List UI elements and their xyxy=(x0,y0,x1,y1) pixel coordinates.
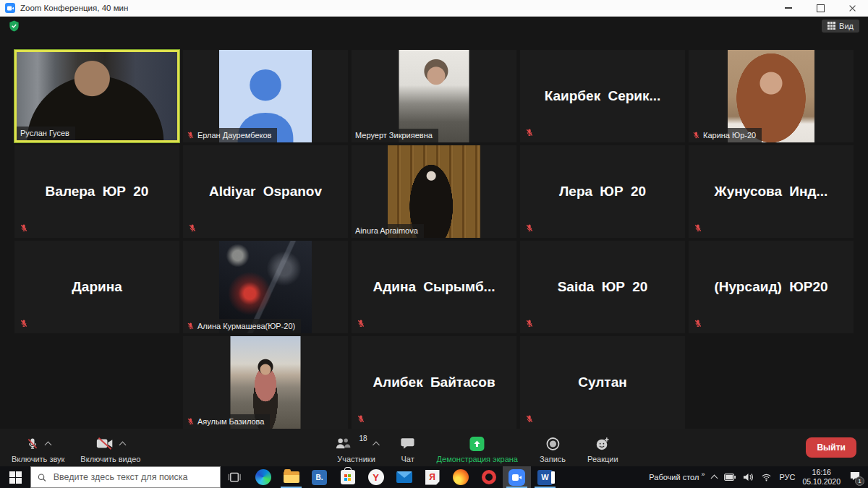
record-button[interactable]: Запись xyxy=(540,432,566,463)
participants-button[interactable]: 18 Участники xyxy=(333,432,378,463)
tray-date: 05.10.2020 xyxy=(802,477,841,487)
zoom-toolbar: Включить звук Включить видео 18 xyxy=(0,429,868,466)
participant-tile[interactable]: Адина Сырымб... xyxy=(352,241,516,333)
notification-center-button[interactable]: 1 xyxy=(849,471,861,483)
muted-mic-icon xyxy=(20,319,28,328)
muted-mic-icon xyxy=(692,131,700,140)
video-grid: Руслан Гусев Ерлан Даурембеков Ме xyxy=(14,50,854,429)
muted-mic-icon xyxy=(525,414,534,424)
taskbar-icon-edge[interactable] xyxy=(249,466,277,488)
participants-count-badge: 18 xyxy=(359,435,367,442)
muted-mic-icon xyxy=(187,322,195,330)
leave-button[interactable]: Выйти xyxy=(806,437,856,458)
muted-mic-icon xyxy=(357,414,365,424)
taskbar-icon-vk[interactable]: B. xyxy=(305,466,333,488)
desktop-toolbar[interactable]: Рабочий стол » xyxy=(649,473,705,481)
participants-options-chevron[interactable] xyxy=(373,442,380,449)
share-screen-icon xyxy=(470,437,485,451)
wifi-icon[interactable] xyxy=(761,473,772,481)
taskbar-icon-file-explorer[interactable] xyxy=(277,466,305,488)
speaker-icon[interactable] xyxy=(743,473,754,481)
firefox-icon xyxy=(453,469,469,485)
participant-tile[interactable]: Меруерт Зикрияевна xyxy=(352,50,516,142)
participant-tile[interactable]: Ерлан Даурембеков xyxy=(183,50,348,142)
search-icon xyxy=(38,473,46,482)
screen: Zoom Конференция, 40 мин Вид Руслан Гусе… xyxy=(0,0,868,488)
participant-tile[interactable]: Валера ЮР 20 xyxy=(14,145,179,238)
participant-name-label: Карина Юр-20 xyxy=(689,128,762,142)
muted-mic-icon xyxy=(694,223,702,233)
taskbar-search[interactable] xyxy=(30,466,221,488)
muted-mic-icon xyxy=(357,319,365,328)
participant-tile[interactable]: Ainura Apraimova xyxy=(352,145,516,238)
file-explorer-icon xyxy=(284,471,299,483)
participant-tile[interactable]: Жунусова Инд... xyxy=(689,145,854,238)
participant-tile[interactable]: Карина Юр-20 xyxy=(689,50,854,142)
start-button[interactable] xyxy=(0,466,30,488)
muted-mic-icon xyxy=(694,319,702,328)
muted-mic-icon xyxy=(187,131,195,140)
reactions-icon xyxy=(595,437,610,451)
chat-button[interactable]: Чат xyxy=(401,432,415,463)
participant-tile[interactable]: Алибек Байтасов xyxy=(352,336,516,429)
participant-tile[interactable]: Руслан Гусев xyxy=(14,50,179,142)
participant-name-label: Руслан Гусев xyxy=(17,127,75,140)
participant-tile[interactable]: Saida ЮР 20 xyxy=(520,241,685,333)
task-view-button[interactable] xyxy=(221,466,249,488)
taskbar-icon-firefox[interactable] xyxy=(446,466,475,488)
toolbar-overflow-chevron[interactable]: » xyxy=(701,471,705,478)
unmute-button[interactable]: Включить звук xyxy=(12,432,64,463)
participant-tile[interactable]: Aldiyar Ospanov xyxy=(183,145,348,238)
participant-name-label: Ерлан Даурембеков xyxy=(183,128,277,142)
battery-icon[interactable] xyxy=(724,474,736,481)
participant-tile[interactable]: Лера ЮР 20 xyxy=(520,145,685,238)
audio-options-chevron[interactable] xyxy=(44,442,51,449)
security-shield-icon[interactable] xyxy=(9,20,20,32)
tray-time: 16:16 xyxy=(812,468,831,477)
taskbar-icon-word[interactable]: W xyxy=(531,466,559,488)
zoom-icon xyxy=(509,469,525,486)
video-options-chevron[interactable] xyxy=(119,442,126,449)
record-icon xyxy=(545,437,560,451)
participant-name-label: Ainura Apraimova xyxy=(352,224,424,238)
taskbar-icon-yandex[interactable]: Я xyxy=(418,466,446,488)
participant-tile[interactable]: Каирбек Серик... xyxy=(520,50,685,142)
search-input[interactable] xyxy=(52,471,213,483)
meeting-topbar: Вид xyxy=(0,17,868,35)
edge-icon xyxy=(255,469,271,485)
task-view-icon xyxy=(228,471,242,483)
taskbar-icon-yandex-browser[interactable]: Y xyxy=(362,466,390,488)
vk-icon: B. xyxy=(312,470,327,485)
minimize-button[interactable] xyxy=(773,0,804,16)
participant-tile[interactable]: Аяулым Базилова xyxy=(183,336,348,429)
taskbar-icon-opera[interactable] xyxy=(475,466,503,488)
view-button[interactable]: Вид xyxy=(822,20,859,33)
mic-muted-icon xyxy=(26,437,39,451)
participant-tile[interactable]: (Нурсаид) ЮР20 xyxy=(689,241,854,333)
participant-name-label: Алина Курмашева(ЮР-20) xyxy=(183,319,301,333)
taskbar-icon-microsoft-store[interactable] xyxy=(333,466,362,488)
participants-icon xyxy=(333,437,352,450)
muted-mic-icon xyxy=(525,319,534,328)
participant-tile[interactable]: Алина Курмашева(ЮР-20) xyxy=(183,241,348,333)
reactions-button[interactable]: Реакции xyxy=(587,432,618,463)
taskbar-clock[interactable]: 16:16 05.10.2020 xyxy=(802,468,841,487)
start-video-button[interactable]: Включить видео xyxy=(80,432,140,463)
hidden-icons-chevron[interactable] xyxy=(711,474,718,481)
close-button[interactable] xyxy=(836,0,868,16)
share-screen-button[interactable]: Демонстрация экрана xyxy=(437,432,518,463)
system-tray: Рабочий стол » РУС 16:16 05.10.2020 1 xyxy=(649,466,868,488)
muted-mic-icon xyxy=(525,128,534,137)
window-titlebar: Zoom Конференция, 40 мин xyxy=(0,0,868,17)
participant-tile[interactable]: Дарина xyxy=(14,241,179,333)
language-indicator[interactable]: РУС xyxy=(779,473,795,481)
zoom-app-icon xyxy=(5,3,15,13)
taskbar-icon-zoom[interactable] xyxy=(503,466,531,488)
participant-tile[interactable]: Султан xyxy=(520,336,685,429)
taskbar-icon-mail[interactable] xyxy=(390,466,418,488)
gallery-view-icon xyxy=(827,22,835,30)
camera-muted-icon xyxy=(96,437,114,450)
notification-count-badge: 1 xyxy=(855,476,864,486)
maximize-button[interactable] xyxy=(804,0,836,16)
muted-mic-icon xyxy=(20,223,28,233)
